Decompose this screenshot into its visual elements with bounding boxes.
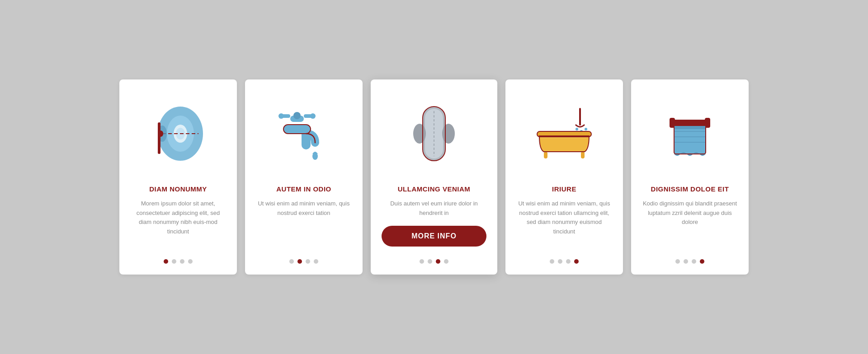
card-3-text: Duis autem vel eum iriure dolor in hendr…	[382, 199, 486, 218]
card-5-title: DIGNISSIM DOLOE EIT	[651, 185, 729, 193]
cards-container: DIAM NONUMMY Morem ipsum dolor sit amet,…	[92, 61, 776, 293]
dot	[675, 259, 680, 264]
card-1-text: Morem ipsum dolor sit amet, consectetuer…	[130, 199, 226, 252]
dot	[692, 259, 696, 264]
dot	[684, 259, 688, 264]
card-2-dots	[289, 259, 318, 264]
svg-point-11	[293, 112, 301, 119]
dot	[444, 259, 448, 264]
card-4-text: Ut wisi enim ad minim veniam, quis nostr…	[516, 199, 612, 252]
dot	[558, 259, 562, 264]
card-toilet-roll: DIAM NONUMMY Morem ipsum dolor sit amet,…	[119, 79, 237, 275]
card-4-dots	[550, 259, 579, 264]
dot	[436, 259, 440, 264]
svg-rect-7	[158, 122, 160, 154]
svg-point-21	[442, 124, 455, 144]
svg-point-25	[576, 128, 578, 130]
svg-point-20	[413, 124, 426, 144]
faucet-icon	[274, 100, 333, 168]
bathtub-icon	[533, 104, 596, 163]
dot	[164, 259, 168, 264]
svg-point-15	[310, 113, 316, 119]
dot	[566, 259, 571, 264]
icon-area-4	[516, 93, 612, 174]
dot	[289, 259, 294, 264]
card-5-text: Kodio dignissim qui blandit praesent lup…	[642, 199, 738, 252]
more-info-button[interactable]: MORE INFO	[382, 226, 486, 247]
dot	[306, 259, 310, 264]
card-bathtub: IRIURE Ut wisi enim ad minim veniam, qui…	[505, 79, 623, 275]
card-3-title: ULLAMCING VENIAM	[398, 185, 471, 193]
svg-point-14	[278, 113, 284, 119]
card-2-text: Ut wisi enim ad minim veniam, quis nostr…	[256, 199, 352, 252]
card-2-title: AUTEM IN ODIO	[276, 185, 331, 193]
card-towel: DIGNISSIM DOLOE EIT Kodio dignissim qui …	[631, 79, 749, 275]
card-3-dots	[420, 259, 448, 264]
dot	[172, 259, 176, 264]
dot	[420, 259, 424, 264]
svg-point-27	[585, 128, 587, 130]
dot	[574, 259, 579, 264]
icon-area-5	[642, 93, 738, 174]
dot	[428, 259, 432, 264]
dot	[314, 259, 318, 264]
svg-rect-30	[544, 152, 547, 158]
card-pad: ULLAMCING VENIAM Duis autem vel eum iriu…	[371, 79, 497, 275]
icon-area-2	[256, 93, 352, 174]
toilet-roll-icon	[149, 104, 208, 163]
pad-icon	[411, 98, 457, 170]
card-1-title: DIAM NONUMMY	[149, 185, 207, 193]
card-1-dots	[164, 259, 193, 264]
dot	[700, 259, 704, 264]
svg-rect-31	[581, 152, 585, 158]
card-faucet: AUTEM IN ODIO Ut wisi enim ad minim veni…	[245, 79, 363, 275]
dot	[297, 259, 302, 264]
dot	[180, 259, 184, 264]
card-4-title: IRIURE	[552, 185, 576, 193]
dot	[188, 259, 193, 264]
card-5-dots	[675, 259, 704, 264]
icon-area-3	[382, 93, 486, 174]
dot	[550, 259, 554, 264]
towel-icon	[660, 104, 719, 163]
icon-area-1	[130, 93, 226, 174]
